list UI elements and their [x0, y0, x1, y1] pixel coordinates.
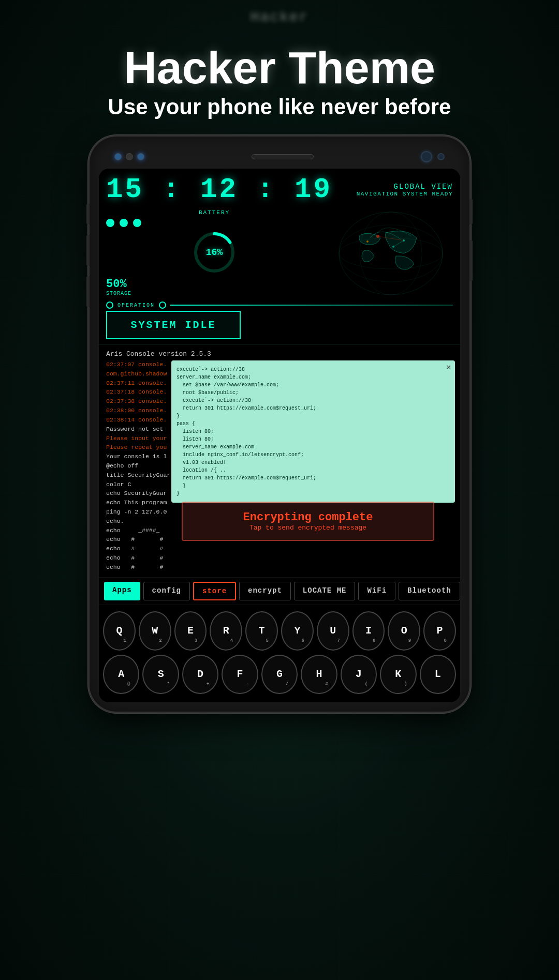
op-circle-1: [106, 301, 113, 309]
app-name: Hacker: [251, 9, 309, 25]
keyboard-section: Q1 W2 E3 R4 T5 Y6 U7 I8 O9 P0 A@ S*: [99, 605, 460, 702]
phone-screen: 15 : 12 : 19 GLOBAL VIEW NAVIGATION SYST…: [99, 169, 460, 702]
tab-config[interactable]: config: [143, 582, 190, 600]
operation-section: OPERATION SYSTEM IDLE: [106, 301, 453, 339]
key-j[interactable]: J(: [341, 655, 377, 694]
battery-dot-3: [133, 219, 141, 227]
battery-circle: 16%: [191, 229, 238, 276]
header-section: Hacker Theme Use your phone like never b…: [77, 35, 482, 135]
storage-label: STORAGE: [106, 291, 322, 296]
storage-percent: 50%: [106, 278, 322, 291]
battery-indicators: [106, 219, 322, 227]
top-bar: Hacker: [0, 0, 559, 35]
keyboard-row-1: Q1 W2 E3 R4 T5 Y6 U7 I8 O9 P0: [103, 611, 456, 651]
nav-system-label: NAVIGATION SYSTEM READY: [357, 191, 453, 197]
dot-3: [137, 153, 144, 160]
svg-point-2: [339, 212, 443, 295]
phone-sensor-dots: [114, 153, 144, 160]
key-t[interactable]: T5: [245, 611, 278, 651]
main-title: Hacker Theme: [108, 45, 451, 91]
key-y[interactable]: Y6: [281, 611, 314, 651]
key-u[interactable]: U7: [317, 611, 349, 651]
key-s[interactable]: S*: [142, 655, 179, 694]
key-e[interactable]: E3: [174, 611, 207, 651]
main-camera: [421, 151, 432, 162]
secondary-camera: [437, 153, 445, 160]
key-o[interactable]: O9: [388, 611, 420, 651]
dashboard: 15 : 12 : 19 GLOBAL VIEW NAVIGATION SYST…: [99, 169, 460, 344]
key-k[interactable]: K): [380, 655, 416, 694]
encrypt-title: Encrypting complete: [191, 511, 425, 524]
key-i[interactable]: I8: [352, 611, 385, 651]
battery-dot-2: [120, 219, 128, 227]
side-button-left-1[interactable]: [86, 204, 90, 224]
key-l[interactable]: L: [420, 655, 456, 694]
global-view-label: GLOBAL VIEW: [357, 183, 453, 191]
key-q[interactable]: Q1: [103, 611, 136, 651]
tab-bluetooth[interactable]: Bluetooth: [399, 582, 460, 600]
battery-percent: 16%: [206, 247, 223, 258]
keyboard-row-2: A@ S* D+ F- G/ H# J( K) L: [103, 655, 456, 694]
battery-section: BATTERY 16%: [106, 209, 322, 296]
key-w[interactable]: W2: [139, 611, 171, 651]
phone-frame: 15 : 12 : 19 GLOBAL VIEW NAVIGATION SYST…: [88, 135, 471, 713]
main-content: Hacker Hacker Theme Use your phone like …: [0, 0, 559, 980]
tab-wifi[interactable]: WiFi: [358, 582, 395, 600]
code-popup-content: execute`-> action://38 server_name examp…: [176, 366, 450, 497]
power-button[interactable]: [469, 199, 473, 224]
tab-locate[interactable]: LOCATE ME: [294, 582, 356, 600]
encrypt-subtitle: Tap to send encrypted message: [191, 524, 425, 532]
tab-encrypt[interactable]: encrypt: [239, 582, 291, 600]
phone-speaker: [252, 154, 314, 159]
phone-container: 15 : 12 : 19 GLOBAL VIEW NAVIGATION SYST…: [88, 135, 471, 713]
terminal-section: Aris Console version 2.5.3 02:37:07 cons…: [99, 344, 460, 577]
key-r[interactable]: R4: [210, 611, 242, 651]
phone-cameras: [421, 151, 445, 162]
dot-2: [126, 153, 133, 160]
svg-point-9: [366, 240, 369, 243]
key-d[interactable]: D+: [182, 655, 218, 694]
op-line: [170, 305, 453, 306]
battery-dot-1: [106, 219, 114, 227]
volume-down-button[interactable]: [86, 276, 90, 307]
tab-store[interactable]: store: [193, 582, 236, 600]
world-map: [329, 209, 453, 297]
volume-up-button[interactable]: [86, 235, 90, 266]
subtitle: Use your phone like never before: [108, 95, 451, 119]
key-f[interactable]: F-: [222, 655, 258, 694]
system-idle-text: SYSTEM IDLE: [117, 319, 229, 331]
key-p[interactable]: P0: [423, 611, 456, 651]
tab-apps[interactable]: Apps: [104, 582, 140, 600]
clock-display: 15 : 12 : 19: [106, 174, 332, 205]
op-label: OPERATION: [117, 303, 155, 308]
op-circle-2: [159, 301, 166, 309]
dot-1: [114, 153, 122, 160]
key-h[interactable]: H#: [301, 655, 337, 694]
clock-row: 15 : 12 : 19 GLOBAL VIEW NAVIGATION SYST…: [106, 174, 453, 205]
system-idle-box: SYSTEM IDLE: [106, 311, 241, 339]
system-labels: GLOBAL VIEW NAVIGATION SYSTEM READY: [357, 183, 453, 197]
key-g[interactable]: G/: [261, 655, 298, 694]
stats-row: BATTERY 16%: [106, 209, 453, 297]
popup-close-button[interactable]: ✕: [447, 363, 451, 371]
volume-button[interactable]: [469, 240, 473, 281]
operation-bar: OPERATION: [106, 301, 453, 309]
key-a[interactable]: A@: [103, 655, 139, 694]
tab-bar: Apps config store encrypt LOCATE ME WiFi…: [99, 577, 460, 605]
phone-top-bar: [99, 151, 460, 169]
code-popup[interactable]: ✕ execute`-> action://38 server_name exa…: [171, 360, 455, 503]
encrypt-popup[interactable]: Encrypting complete Tap to send encrypte…: [182, 502, 434, 541]
battery-label: BATTERY: [106, 209, 322, 216]
terminal-version: Aris Console version 2.5.3: [106, 350, 453, 358]
